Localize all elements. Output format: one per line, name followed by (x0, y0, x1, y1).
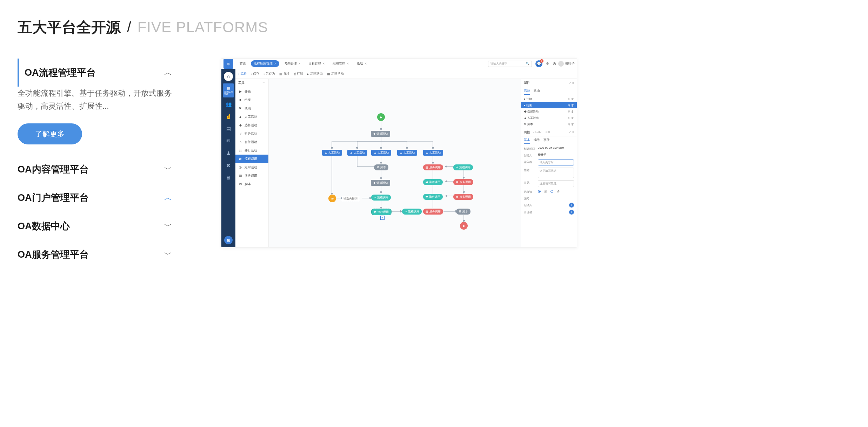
nav-monitor-icon[interactable]: 🖥 (223, 172, 234, 183)
close-icon[interactable]: ✕ (347, 62, 349, 65)
add-starter-icon[interactable]: + (569, 203, 574, 208)
copy-icon[interactable]: ⎘ (568, 104, 570, 107)
nav-org-icon[interactable]: ♟ (223, 148, 234, 159)
power-icon[interactable]: ⏻ (553, 62, 556, 66)
palette-human[interactable]: ▲人工活动 (235, 113, 268, 121)
new-activity-button[interactable]: ▦ 新建活动 (327, 72, 344, 76)
close-icon[interactable]: ✕ (298, 62, 301, 65)
node-human-3[interactable]: ▲ 人工活动 (371, 150, 391, 156)
trash-icon[interactable]: 🗑 (571, 97, 574, 101)
node-wait[interactable]: ◔ (328, 195, 336, 202)
flow-canvas[interactable]: ▶ ◆ 选择活动 ▲ 人工活动 ▲ 人工活动 ▲ 人工活动 ▲ 人工活动 ▲ 人… (269, 79, 521, 247)
list-item[interactable]: ⌘ 脚本⎘🗑 (521, 121, 577, 127)
copy-icon[interactable]: ⎘ (568, 110, 570, 113)
close-icon[interactable]: × (572, 130, 574, 134)
list-item[interactable]: ◆ 选择活动⎘🗑 (521, 108, 577, 115)
back-button[interactable]: ‹ 流程 (238, 72, 247, 76)
tab-forum[interactable]: 论坛✕ (354, 60, 370, 67)
nav-process-icon[interactable]: ▦流程应用管理 (223, 83, 234, 97)
list-item[interactable]: ● 结束⎘🗑 (521, 102, 577, 108)
accordion-item-portal[interactable]: OA门户管理平台 ︿ (18, 184, 172, 212)
expand-icon[interactable]: ⤢ (568, 81, 571, 85)
tab-route[interactable]: 路由 (534, 89, 540, 95)
nav-home-icon[interactable]: ⌂ (224, 72, 233, 81)
node-human-2[interactable]: ▲ 人工活动 (347, 150, 367, 156)
properties-button[interactable]: ▤ 属性 (279, 72, 290, 76)
node-choose[interactable]: ◆ 选择活动 (371, 131, 390, 137)
subtab-number[interactable]: 编号 (534, 138, 540, 144)
palette-merge[interactable]: ⑃合并活动 (235, 138, 268, 146)
close-icon[interactable]: ✕ (322, 62, 325, 65)
node-human-4[interactable]: ▲ 人工活动 (397, 150, 417, 156)
node-human-1[interactable]: ▲ 人工活动 (322, 150, 342, 156)
opinion-textarea[interactable]: 这里填写意见 (538, 180, 574, 187)
palette-timer[interactable]: ◷定时活动 (235, 163, 268, 171)
tab-org[interactable]: 组织管理✕ (330, 60, 352, 67)
notification-bell-icon[interactable]: 💬7 (535, 60, 542, 67)
accordion-item-data[interactable]: OA数据中心 ﹀ (18, 212, 172, 240)
accordion-item-service[interactable]: OA服务管理平台 ﹀ (18, 240, 172, 269)
trash-icon[interactable]: 🗑 (571, 110, 574, 113)
palette-process-call[interactable]: ⇄流程调用 (235, 155, 268, 163)
trash-icon[interactable]: 🗑 (571, 116, 574, 120)
palette-header[interactable]: 工具﹀ (235, 79, 268, 87)
tab-process-mgmt[interactable]: 流程应用管理✕ (251, 60, 279, 67)
palette-service[interactable]: ▦服务调用 (235, 171, 268, 180)
tab-schedule[interactable]: 日程管理✕ (306, 60, 328, 67)
palette-parallel[interactable]: ☷并行活动 (235, 146, 268, 155)
subtab-basic[interactable]: 基本 (524, 138, 530, 144)
nav-calendar-icon[interactable]: ▤ (223, 123, 234, 134)
list-item[interactable]: ▲ 人工活动⎘🗑 (521, 115, 577, 121)
node-proc-b2[interactable]: ⇄ 流程调用 (371, 209, 392, 215)
search-input[interactable]: 请输入关键字🔍 (488, 61, 532, 67)
tab-attendance[interactable]: 考勤管理✕ (281, 60, 303, 67)
node-svc-r2[interactable]: ▦ 服务调用 (423, 209, 443, 215)
tab-activity[interactable]: 活动 (524, 89, 530, 95)
node-start[interactable]: ▶ (377, 113, 385, 121)
gear-icon[interactable]: ⚙ (546, 62, 549, 66)
copy-icon[interactable]: ⎘ (568, 97, 570, 101)
trash-icon[interactable]: 🗑 (571, 104, 574, 107)
node-proc-r1[interactable]: ⇄ 流程调用 (423, 179, 443, 185)
subtab-event[interactable]: 事件 (543, 138, 550, 144)
accordion-item-process[interactable]: OA流程管理平台 ︿ (18, 59, 172, 87)
copy-icon[interactable]: ⎘ (568, 123, 570, 126)
node-proc-b1[interactable]: ⇄ 流程调用 (371, 195, 391, 201)
nav-chat-icon[interactable]: ✉ (223, 135, 234, 147)
palette-split[interactable]: ⑂拆分活动 (235, 129, 268, 138)
radio-yes[interactable] (538, 190, 541, 193)
palette-cancel[interactable]: ✖取消 (235, 104, 268, 113)
nav-tools-icon[interactable]: ✖ (223, 160, 234, 171)
list-item[interactable]: ● 开始⎘🗑 (521, 96, 577, 102)
node-svc-c1[interactable]: ▦ 服务调用 (453, 179, 473, 185)
expand-icon[interactable]: ⤢ (568, 130, 571, 134)
copy-icon[interactable]: ⎘ (568, 116, 570, 120)
node-svc-r1[interactable]: ▦ 服务调用 (423, 164, 443, 170)
learn-more-button[interactable]: 了解更多 (18, 123, 82, 144)
node-human-5[interactable]: ▲ 人工活动 (423, 150, 443, 156)
nav-users-icon[interactable]: 👥 (223, 99, 234, 110)
close-icon[interactable]: ✕ (274, 62, 276, 65)
palette-end[interactable]: ■结束 (235, 96, 268, 104)
new-route-button[interactable]: ▸ 新建路由 (307, 72, 323, 76)
print-button[interactable]: ⎙ 打印 (294, 72, 303, 76)
accordion-item-content[interactable]: OA内容管理平台 ﹀ (18, 155, 172, 183)
nav-grid-icon[interactable]: ⊞ (224, 236, 233, 244)
add-node-icon[interactable]: + (380, 216, 385, 220)
app-logo-icon[interactable]: ◎ (223, 59, 233, 69)
palette-script[interactable]: ⌘脚本 (235, 180, 268, 188)
user-menu[interactable]: 柳叶子 (558, 61, 575, 67)
trash-icon[interactable]: 🗑 (571, 123, 574, 126)
node-end[interactable]: ■ (460, 222, 468, 230)
nav-hand-icon[interactable]: ☝ (223, 111, 234, 122)
save-button[interactable]: ▫ 保存 (251, 72, 259, 76)
desc-textarea[interactable]: 这里填写描述 (538, 168, 574, 178)
node-proc-b3[interactable]: ⇄ 流程调用 (402, 209, 422, 215)
tab-json[interactable]: JSON (533, 130, 541, 135)
tab-home[interactable]: 首页 (237, 60, 249, 67)
palette-start[interactable]: ▶开始 (235, 87, 268, 96)
node-proc-c1[interactable]: ⇄ 流程调用 (453, 164, 473, 170)
node-svc-c2[interactable]: ▦ 服务调用 (453, 194, 473, 200)
input-field[interactable]: 输入内容时 (538, 160, 574, 165)
radio-no[interactable] (550, 190, 553, 193)
